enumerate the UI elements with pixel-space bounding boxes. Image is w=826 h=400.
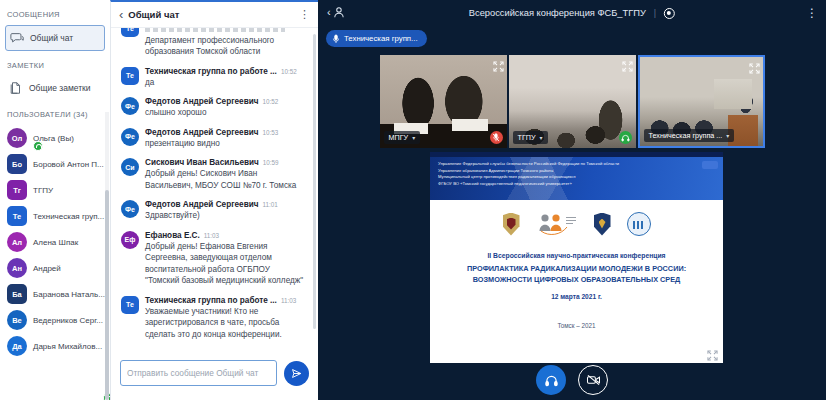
collapse-participants-icon[interactable]: ‹ (327, 6, 345, 19)
chat-header: ‹ Общий чат ⋮ (111, 2, 318, 28)
send-button[interactable] (284, 361, 309, 386)
app-window: СООБЩЕНИЯ Общий чат ЗАМЕТКИ Общие заметк… (0, 0, 826, 400)
kebab-menu-icon[interactable]: ⋮ (299, 8, 310, 21)
slide-title-line1: ПРОФИЛАКТИКА РАДИКАЛИЗАЦИИ МОЛОДЕЖИ В РО… (430, 264, 723, 275)
thumbnail-label[interactable]: Техническая группа ... ▾ (644, 129, 735, 142)
user-list: Ол Ольга (Вы) Бо Боровой Антон П... Тг Т… (0, 125, 110, 359)
slide-org-line: ФГБОУ ВО «Томский государственный педаго… (438, 181, 680, 188)
avatar: Бо (7, 154, 27, 174)
conference-topbar: ‹ Всероссийская конференция ФСБ_ТГПУ | ⋮ (318, 0, 826, 26)
camera-off-button[interactable] (578, 365, 608, 395)
messages-section-header: СООБЩЕНИЯ (0, 6, 110, 23)
avatar: Те (7, 206, 27, 226)
back-icon[interactable]: ‹ (119, 8, 123, 21)
send-icon (291, 368, 302, 379)
expand-icon[interactable] (622, 58, 633, 69)
radicalization-center-logo (536, 211, 578, 237)
message-author: Федотов Андрей Сергеевич (145, 200, 258, 209)
slide-org-line: Управление Федеральной службы безопаснос… (438, 161, 680, 168)
message-input[interactable] (120, 360, 277, 386)
user-name: Баранова Наталь... (33, 290, 105, 299)
message-text: Добрый день! Сискович Иван Васильевич, М… (145, 168, 304, 191)
conference-area: ‹ Всероссийская конференция ФСБ_ТГПУ | ⋮… (318, 0, 826, 400)
message-text: презентацию видно (145, 138, 304, 149)
audio-button[interactable] (536, 365, 566, 395)
avatar: Фе (121, 200, 139, 218)
chat-bubble-icon (10, 31, 24, 45)
message-text: Добрый день! Ефанова Евгения Сергеевна, … (145, 241, 304, 287)
avatar: Те (121, 67, 139, 85)
message-author: Техническая группа по работе ... (145, 67, 277, 76)
message-author: Федотов Андрей Сергеевич (145, 128, 258, 137)
users-section-header: ПОЛЬЗОВАТЕЛИ (34) (0, 106, 110, 123)
slide-org-line: Муниципальный центр противодействия ради… (438, 174, 680, 181)
user-list-item[interactable]: Ал Алена Шпак (0, 229, 110, 255)
message-text: Уважаемые участники! Кто не зарегистриро… (145, 306, 304, 340)
university-seal-logo (627, 212, 651, 236)
avatar: Ба (7, 284, 27, 304)
user-list-item[interactable]: Ба Баранова Наталь... (0, 281, 110, 307)
user-name: Техническая груп... (33, 212, 104, 221)
avatar: Тг (7, 180, 27, 200)
message-time: 11:03 (204, 232, 219, 239)
user-list-item[interactable]: Да Дарья Михайлов... (0, 333, 110, 359)
message-text: Департамент профессионального образовани… (145, 35, 304, 58)
clipped-text-line (145, 28, 285, 32)
mic-muted-icon (490, 131, 503, 144)
user-list-item[interactable]: Ве Ведерников Серг... (0, 307, 110, 333)
user-list-item[interactable]: Бо Боровой Антон П... (0, 151, 110, 177)
sidebar-item-label: Общий чат (30, 33, 73, 43)
sidebar-item-general-notes[interactable]: Общие заметки (5, 76, 105, 100)
security-emblem-logo (594, 213, 611, 236)
chat-title: Общий чат (128, 9, 294, 20)
video-thumbnail-tech-group[interactable]: Техническая группа ... ▾ (638, 55, 765, 148)
sidebar-scrollbar-thumb[interactable] (105, 190, 109, 400)
call-controls (536, 365, 608, 395)
chat-message: Те Департамент профессионального образов… (121, 28, 304, 58)
slide-footer-line: Томск – 2021 (430, 322, 723, 329)
user-name: Андрей (33, 264, 61, 273)
participant-name: Техническая группа ... (649, 131, 723, 140)
avatar: Фе (121, 97, 139, 115)
avatar: Ве (7, 310, 27, 330)
expand-icon[interactable] (493, 58, 504, 69)
kebab-menu-icon[interactable]: ⋮ (806, 6, 818, 20)
headphones-badge-icon (33, 141, 43, 151)
chevron-down-icon: ▾ (726, 132, 729, 139)
conference-title: Всероссийская конференция ФСБ_ТГПУ (469, 8, 646, 18)
chevron-down-icon: ▾ (412, 134, 415, 141)
avatar: Си (121, 158, 139, 176)
record-icon[interactable] (664, 8, 675, 19)
user-name: ТГПУ (33, 186, 53, 195)
user-list-item[interactable]: Те Техническая груп... (0, 203, 110, 229)
thumbnail-label[interactable]: МПГУ ▾ (384, 131, 421, 144)
avatar: Ал (7, 232, 27, 252)
expand-icon[interactable] (707, 347, 718, 358)
chat-message: Те Техническая группа по работе ...10:52… (121, 67, 304, 88)
sidebar-item-general-chat[interactable]: Общий чат (5, 25, 105, 51)
participant-name: ТГПУ (518, 133, 536, 142)
message-time: 11:03 (281, 297, 296, 304)
user-list-item[interactable]: Тг ТГПУ (0, 177, 110, 203)
participant-name: МПГУ (389, 133, 409, 142)
expand-icon[interactable] (749, 60, 760, 71)
message-time: 10:59 (263, 159, 279, 166)
notes-icon (9, 81, 23, 95)
user-list-item[interactable]: Ан Андрей (0, 255, 110, 281)
avatar: Те (121, 296, 139, 314)
message-time: 10:52 (262, 98, 278, 105)
user-name: Дарья Михайлов... (33, 342, 102, 351)
user-name: Алена Шпак (33, 238, 78, 247)
slide-title-line2: ВОЗМОЖНОСТИ ЦИФРОВЫХ ОБРАЗОВАТЕЛЬНЫХ СРЕ… (430, 275, 723, 286)
user-list-item[interactable]: Ол Ольга (Вы) (0, 125, 110, 151)
video-thumbnail-mpgu[interactable]: МПГУ ▾ (380, 55, 507, 148)
notes-section-header: ЗАМЕТКИ (0, 57, 110, 74)
active-speaker-name: Техническая групп... (344, 34, 418, 43)
video-thumbnail-tgpu[interactable]: ТГПУ ▾ (509, 55, 636, 148)
chat-message: Си Сискович Иван Васильевич10:59 Добрый … (121, 158, 304, 191)
thumbnail-label[interactable]: ТГПУ ▾ (513, 131, 548, 144)
chat-scrollbar-thumb[interactable] (313, 34, 316, 329)
avatar: Те (121, 28, 139, 37)
user-name: Боровой Антон П... (33, 160, 104, 169)
chevron-down-icon: ▾ (540, 134, 543, 141)
